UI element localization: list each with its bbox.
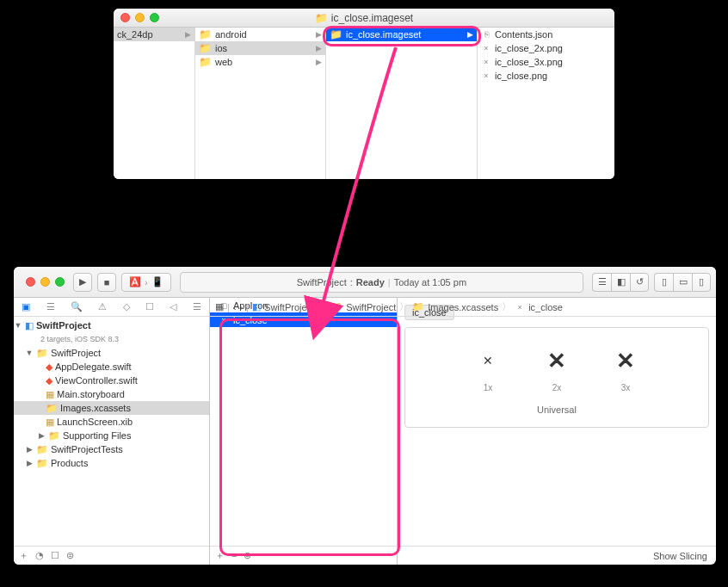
toggle-navigator-button[interactable]: ▯ xyxy=(654,273,673,292)
tree-label: Images.xcassets xyxy=(60,403,131,413)
finder-item-label: ic_close_2x.png xyxy=(495,43,563,53)
slot-label: 2x xyxy=(552,383,562,392)
status-project: SwiftProject xyxy=(297,277,347,287)
window-minimize-button[interactable] xyxy=(40,277,50,287)
navigator-footer: ＋ ◔ ☐ ⊜ xyxy=(14,546,209,565)
xcode-toolbar: ▶ ■ 🅰️ › 📱 SwiftProject: Ready | Today a… xyxy=(14,267,716,298)
tree-file[interactable]: ◆ ViewController.swift xyxy=(14,374,209,387)
file-icon: ⎘ xyxy=(481,29,491,40)
toggle-utilities-button[interactable]: ▯ xyxy=(692,273,711,292)
run-button[interactable]: ▶ xyxy=(73,273,92,292)
finder-item-file[interactable]: × ic_close_2x.png xyxy=(478,41,614,55)
symbol-nav-tab[interactable]: ☰ xyxy=(46,301,55,312)
jump-item[interactable]: ic_close xyxy=(528,302,563,312)
tree-label: Products xyxy=(51,458,88,468)
finder-item-ios[interactable]: 📁 ios ▶ xyxy=(195,41,325,55)
finder-item-file[interactable]: × ic_close.png xyxy=(478,69,614,83)
folder-icon: 📁 xyxy=(199,28,212,40)
toggle-debug-button[interactable]: ▭ xyxy=(673,273,692,292)
finder-item-file[interactable]: ⎘ Contents.json xyxy=(478,28,614,41)
assistant-editor-button[interactable]: ◧ xyxy=(611,273,630,292)
folder-icon: 📁 xyxy=(199,56,212,68)
status-state: Ready xyxy=(356,277,385,287)
chevron-right-icon: ▶ xyxy=(316,30,322,39)
tree-label: SwiftProjectTests xyxy=(51,444,123,454)
close-icon: ✕ xyxy=(540,343,574,378)
issue-nav-tab[interactable]: ⚠ xyxy=(98,301,107,312)
file-icon: × xyxy=(481,71,491,81)
finder-item-label: ios xyxy=(215,43,227,53)
swift-icon: ◆ xyxy=(46,375,52,386)
tree-group-app[interactable]: ▼ 📁 SwiftProject xyxy=(14,346,209,360)
disclosure-icon[interactable]: ▼ xyxy=(14,321,22,330)
tree-group-supporting[interactable]: ▶ 📁 Supporting Files xyxy=(14,429,209,442)
folder-icon: 📁 xyxy=(199,42,212,54)
folder-icon: 📁 xyxy=(48,430,60,442)
disclosure-icon[interactable]: ▶ xyxy=(37,431,46,440)
finder-title-text: ic_close.imageset xyxy=(331,12,413,24)
file-tree: ▼ ◧ SwiftProject 2 targets, iOS SDK 8.3 … xyxy=(14,317,209,546)
tree-label: Main.storyboard xyxy=(57,389,125,399)
add-button[interactable]: ＋ xyxy=(19,549,28,562)
device-icon: 📱 xyxy=(151,276,163,287)
filter-unsaved-button[interactable]: ⊜ xyxy=(66,550,74,561)
scheme-selector[interactable]: 🅰️ › 📱 xyxy=(121,273,171,292)
finder-item-label: ck_24dp xyxy=(117,29,153,40)
jump-item[interactable]: SwiftProject xyxy=(264,302,314,312)
finder-item-android[interactable]: 📁 android ▶ xyxy=(195,28,325,41)
folder-icon: 📁 xyxy=(36,458,48,469)
tree-project[interactable]: ▼ ◧ SwiftProject xyxy=(14,318,209,332)
annotation-highlight-source xyxy=(323,26,481,46)
tree-file[interactable]: ◆ AppDelegate.swift xyxy=(14,360,209,374)
status-time: Today at 1:05 pm xyxy=(394,277,466,287)
disclosure-icon[interactable]: ▶ xyxy=(25,459,34,467)
tree-file[interactable]: ▦ Main.storyboard xyxy=(14,387,209,401)
finder-col-2: 📁 ic_close.imageset ▶ xyxy=(326,28,478,179)
test-nav-tab[interactable]: ◇ xyxy=(123,301,130,312)
disclosure-icon[interactable]: ▶ xyxy=(25,445,34,454)
jump-item[interactable]: SwiftProject xyxy=(346,302,396,312)
standard-editor-button[interactable]: ☰ xyxy=(592,273,611,292)
stop-button[interactable]: ■ xyxy=(97,273,116,292)
close-icon: ✕ xyxy=(608,343,643,378)
search-nav-tab[interactable]: 🔍 xyxy=(71,301,83,312)
disclosure-icon[interactable]: ▼ xyxy=(25,349,34,357)
tree-group-tests[interactable]: ▶ 📁 SwiftProjectTests xyxy=(14,442,209,456)
chevron-right-icon: ▶ xyxy=(316,44,322,53)
jump-item[interactable]: Images.xcassets xyxy=(428,302,498,312)
finder-item[interactable]: ck_24dp ▶ xyxy=(114,28,194,41)
project-nav-tab[interactable]: ▣ xyxy=(22,301,30,312)
image-slot-3x[interactable]: ✕ 3x xyxy=(608,343,643,392)
slot-label: 3x xyxy=(621,383,631,392)
activity-viewer: SwiftProject: Ready | Today at 1:05 pm xyxy=(180,272,583,293)
jump-back-button[interactable]: ‹ xyxy=(233,302,237,312)
jump-history-group-icon[interactable]: ▦ xyxy=(215,301,224,312)
report-nav-tab[interactable]: ☰ xyxy=(193,301,201,312)
image-slot-group: ✕ 1x ✕ 2x ✕ 3x Universal xyxy=(404,327,709,428)
slot-group-label: Universal xyxy=(537,405,577,415)
swift-icon: ◆ xyxy=(46,361,52,373)
project-icon: ◧ xyxy=(252,301,261,312)
finder-col-1: 📁 android ▶ 📁 ios ▶ 📁 web ▶ xyxy=(195,28,326,179)
breakpoint-nav-tab[interactable]: ◁ xyxy=(170,301,176,312)
filter-scm-button[interactable]: ☐ xyxy=(51,550,59,561)
version-editor-button[interactable]: ↺ xyxy=(630,273,649,292)
jump-forward-button[interactable]: › xyxy=(240,302,244,312)
finder-item-web[interactable]: 📁 web ▶ xyxy=(195,55,325,69)
file-icon: × xyxy=(481,43,491,53)
filter-recent-button[interactable]: ◔ xyxy=(35,550,44,561)
window-close-button[interactable] xyxy=(26,277,35,287)
image-slot-2x[interactable]: ✕ 2x xyxy=(540,343,574,392)
finder-item-label: Contents.json xyxy=(495,29,552,40)
project-navigator: ▣ ☰ 🔍 ⚠ ◇ ☐ ◁ ☰ ▼ ◧ SwiftProject 2 targe… xyxy=(14,298,210,565)
show-slicing-button[interactable]: Show Slicing xyxy=(653,551,707,561)
tree-file-assets[interactable]: 📁 Images.xcassets xyxy=(14,401,209,415)
project-icon: ◧ xyxy=(25,320,34,331)
image-slot-1x[interactable]: ✕ 1x xyxy=(471,343,505,392)
debug-nav-tab[interactable]: ☐ xyxy=(145,301,154,312)
tree-group-products[interactable]: ▶ 📁 Products xyxy=(14,456,209,470)
close-icon: ✕ xyxy=(471,343,505,378)
tree-file[interactable]: ▦ LaunchScreen.xib xyxy=(14,415,209,429)
window-zoom-button[interactable] xyxy=(55,277,65,287)
finder-item-file[interactable]: × ic_close_3x.png xyxy=(478,55,614,69)
